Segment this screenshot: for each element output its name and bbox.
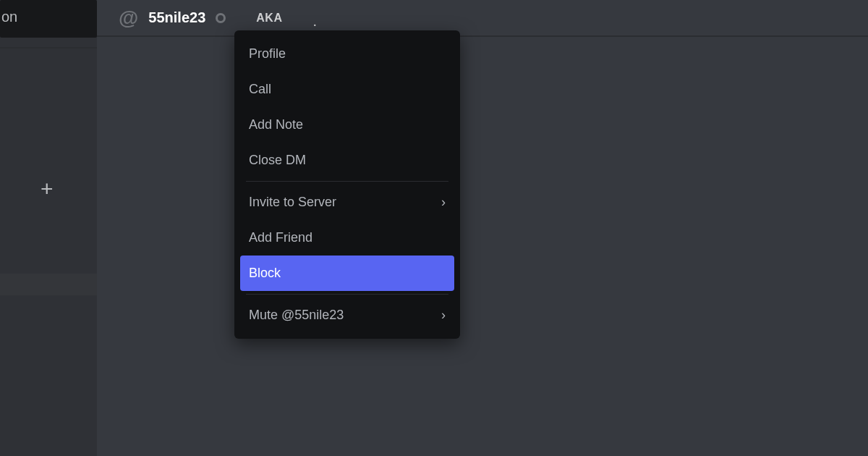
menu-item-label: Call bbox=[249, 82, 271, 97]
menu-separator bbox=[246, 181, 448, 182]
menu-item-label: Add Note bbox=[249, 117, 303, 132]
menu-separator bbox=[246, 294, 448, 295]
at-icon: @ bbox=[119, 7, 138, 30]
menu-item-label: Add Friend bbox=[249, 230, 312, 245]
text-fragment: on bbox=[0, 9, 17, 25]
chevron-right-icon: › bbox=[441, 308, 446, 323]
user-context-menu: Profile Call Add Note Close DM Invite to… bbox=[234, 30, 460, 339]
menu-item-close-dm[interactable]: Close DM bbox=[240, 143, 454, 178]
add-server-button[interactable]: + bbox=[41, 178, 54, 200]
status-offline-icon bbox=[216, 13, 226, 23]
rail-divider bbox=[0, 47, 97, 48]
menu-item-label: Invite to Server bbox=[249, 195, 336, 210]
menu-item-mute[interactable]: Mute @55nile23 › bbox=[240, 297, 454, 333]
chevron-right-icon: › bbox=[441, 195, 446, 210]
server-rail: on + bbox=[0, 0, 97, 456]
menu-item-invite-server[interactable]: Invite to Server › bbox=[240, 185, 454, 220]
rail-highlight-strip bbox=[0, 274, 97, 295]
dm-header: @ 55nile23 AKA . bbox=[97, 0, 868, 36]
server-rail-header: on bbox=[0, 0, 97, 38]
menu-item-block[interactable]: Block bbox=[240, 256, 454, 291]
menu-item-add-friend[interactable]: Add Friend bbox=[240, 220, 454, 256]
menu-item-label: Block bbox=[249, 266, 281, 281]
aka-label: AKA bbox=[256, 12, 282, 25]
aka-dot: . bbox=[312, 13, 317, 30]
menu-item-profile[interactable]: Profile bbox=[240, 36, 454, 72]
menu-item-label: Mute @55nile23 bbox=[249, 308, 344, 323]
dm-username[interactable]: 55nile23 bbox=[148, 9, 205, 26]
menu-item-call[interactable]: Call bbox=[240, 72, 454, 107]
menu-item-label: Profile bbox=[249, 46, 286, 62]
menu-item-label: Close DM bbox=[249, 153, 306, 168]
menu-item-add-note[interactable]: Add Note bbox=[240, 107, 454, 143]
